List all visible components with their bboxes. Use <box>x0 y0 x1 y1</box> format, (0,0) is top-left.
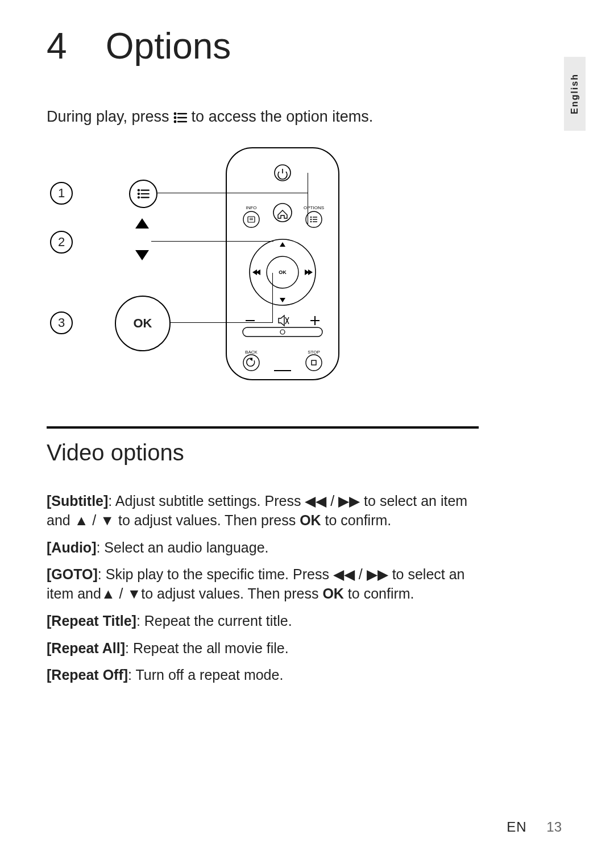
video-options-list: [Subtitle]: Adjust subtitle settings. Pr… <box>47 492 479 685</box>
list-icon <box>173 109 187 128</box>
callout-2: 2 <box>50 231 73 254</box>
svg-point-22 <box>310 219 311 219</box>
footer-page-number: 13 <box>546 819 562 834</box>
svg-point-43 <box>306 355 322 371</box>
svg-point-6 <box>138 190 139 191</box>
svg-point-20 <box>310 217 311 217</box>
svg-rect-12 <box>226 148 339 380</box>
callout-1: 1 <box>50 182 73 205</box>
svg-point-18 <box>273 203 292 222</box>
svg-point-2 <box>175 117 176 118</box>
svg-marker-29 <box>280 298 285 302</box>
page-content: 4 Options During play, press to access t… <box>47 25 479 693</box>
remote-callout-diagram: 1 2 3 OK <box>47 144 410 389</box>
arrow-down-icon <box>135 250 149 260</box>
footer-lang: EN <box>507 819 526 834</box>
up-down-glyph: ▲ / ▼ <box>101 585 141 601</box>
svg-point-10 <box>138 197 139 198</box>
svg-rect-39 <box>243 327 322 337</box>
svg-marker-28 <box>280 242 285 247</box>
svg-point-41 <box>243 355 259 371</box>
arrow-up-icon <box>135 218 149 229</box>
remote-stop-label: STOP <box>308 350 320 355</box>
remote-info-label: INFO <box>246 205 256 210</box>
remote-options-label: OPTIONS <box>304 205 324 210</box>
rewind-forward-glyph: ◀◀ / ▶▶ <box>333 566 388 582</box>
callout-3: 3 <box>50 312 73 334</box>
callout-ok: OK <box>115 296 171 351</box>
callout-list-icon <box>129 180 157 208</box>
page-footer: EN 13 <box>507 819 562 835</box>
option-goto: [GOTO]: Skip play to the specific time. … <box>47 565 479 604</box>
remote-back-label: BACK <box>245 350 258 355</box>
svg-point-0 <box>175 113 176 114</box>
svg-point-24 <box>310 221 311 222</box>
option-repeat-all: [Repeat All]: Repeat the all movie file. <box>47 639 479 658</box>
intro-text: During play, press to access the option … <box>47 107 479 128</box>
option-audio: [Audio]: Select an audio language. <box>47 538 479 558</box>
section-divider <box>47 426 479 429</box>
option-repeat-off: [Repeat Off]: Turn off a repeat mode. <box>47 666 479 685</box>
remote-ok-label: OK <box>279 269 287 275</box>
svg-rect-44 <box>312 360 316 365</box>
svg-point-4 <box>175 121 176 122</box>
language-tab: English <box>564 57 586 131</box>
svg-point-40 <box>280 330 285 334</box>
language-tab-label: English <box>570 73 580 114</box>
section-heading: Video options <box>47 440 479 466</box>
chapter-title: Options <box>106 26 231 67</box>
manual-page: English 4 Options During play, press to … <box>0 0 614 868</box>
remote-control-illustration: INFO OPTIONS OK <box>223 144 342 383</box>
chapter-heading: 4 Options <box>47 25 479 67</box>
svg-point-8 <box>138 193 139 194</box>
rewind-forward-glyph: ◀◀ / ▶▶ <box>305 493 360 509</box>
up-down-glyph: ▲ / ▼ <box>74 512 114 528</box>
chapter-number: 4 <box>47 25 96 67</box>
option-subtitle: [Subtitle]: Adjust subtitle settings. Pr… <box>47 492 479 530</box>
option-repeat-title: [Repeat Title]: Repeat the current title… <box>47 612 479 631</box>
